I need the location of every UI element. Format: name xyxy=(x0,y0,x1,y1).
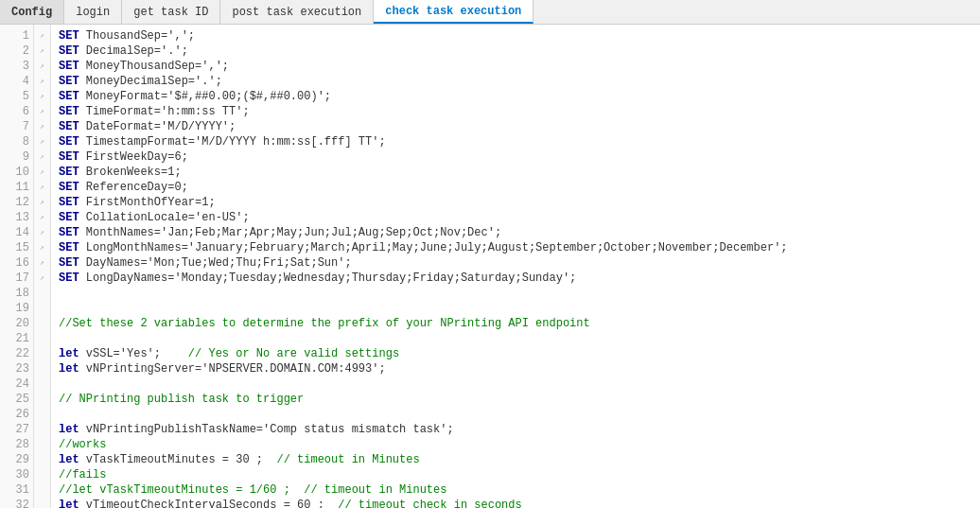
code-line-4: SET MoneyDecimalSep='.'; xyxy=(59,74,972,89)
code-line-3: SET MoneyThousandSep=','; xyxy=(59,59,972,74)
gutter-icon-16: ↗ xyxy=(36,255,48,271)
gutter-icon-30 xyxy=(36,467,48,482)
code-line-23: let vNPrintingServer='NPSERVER.DOMAIN.CO… xyxy=(59,361,972,377)
line-num-32: 32 xyxy=(4,498,29,508)
code-line-28: //works xyxy=(59,437,972,452)
code-line-24 xyxy=(59,377,972,392)
code-line-20: //Set these 2 variables to determine the… xyxy=(59,316,972,331)
line-numbers: 1234567891011121314151617181920212223242… xyxy=(0,25,34,508)
tab-check-task[interactable]: check task execution xyxy=(374,0,534,24)
code-line-30: //fails xyxy=(59,467,972,482)
code-line-14: SET MonthNames='Jan;Feb;Mar;Apr;May;Jun;… xyxy=(59,225,972,240)
line-num-27: 27 xyxy=(4,422,29,437)
code-line-26 xyxy=(59,407,972,422)
line-num-10: 10 xyxy=(4,165,29,180)
code-line-5: SET MoneyFormat='$#,##0.00;($#,##0.00)'; xyxy=(59,89,972,104)
line-num-6: 6 xyxy=(4,104,29,119)
code-line-1: SET ThousandSep=','; xyxy=(59,28,972,44)
line-num-23: 23 xyxy=(4,361,29,377)
tab-config[interactable]: Config xyxy=(0,0,64,24)
line-num-21: 21 xyxy=(4,331,29,346)
line-num-30: 30 xyxy=(4,467,29,482)
gutter-icon-21 xyxy=(36,331,48,346)
code-line-16: SET DayNames='Mon;Tue;Wed;Thu;Fri;Sat;Su… xyxy=(59,255,972,271)
line-num-29: 29 xyxy=(4,452,29,467)
line-num-2: 2 xyxy=(4,44,29,59)
gutter-icon-26 xyxy=(36,407,48,422)
gutter-icon-9: ↗ xyxy=(36,149,48,165)
tab-login[interactable]: login xyxy=(64,0,122,24)
gutter-icon-7: ↗ xyxy=(36,119,48,134)
line-num-11: 11 xyxy=(4,180,29,195)
code-line-19 xyxy=(59,301,972,316)
gutter-icon-19 xyxy=(36,301,48,316)
gutter-icon-28 xyxy=(36,437,48,452)
code-line-11: SET ReferenceDay=0; xyxy=(59,180,972,195)
code-line-18 xyxy=(59,286,972,301)
line-num-7: 7 xyxy=(4,119,29,134)
gutter-icon-20 xyxy=(36,316,48,331)
line-num-20: 20 xyxy=(4,316,29,331)
gutter-icons: ↗↗↗↗↗↗↗↗↗↗↗↗↗↗↗↗↗ xyxy=(34,25,51,508)
gutter-icon-23 xyxy=(36,361,48,377)
code-line-13: SET CollationLocale='en-US'; xyxy=(59,210,972,225)
line-num-26: 26 xyxy=(4,407,29,422)
code-line-27: let vNPrintingPublishTaskName='Comp stat… xyxy=(59,422,972,437)
line-num-28: 28 xyxy=(4,437,29,452)
code-container: 1234567891011121314151617181920212223242… xyxy=(0,25,980,508)
code-line-7: SET DateFormat='M/D/YYYY'; xyxy=(59,119,972,134)
gutter-icon-8: ↗ xyxy=(36,134,48,149)
line-num-16: 16 xyxy=(4,255,29,271)
gutter-icon-13: ↗ xyxy=(36,210,48,225)
line-num-19: 19 xyxy=(4,301,29,316)
code-line-15: SET LongMonthNames='January;February;Mar… xyxy=(59,240,972,255)
gutter-icon-11: ↗ xyxy=(36,180,48,195)
line-num-12: 12 xyxy=(4,195,29,210)
gutter-icon-1: ↗ xyxy=(36,28,48,44)
line-num-22: 22 xyxy=(4,346,29,361)
line-num-5: 5 xyxy=(4,89,29,104)
line-num-1: 1 xyxy=(4,28,29,44)
line-num-17: 17 xyxy=(4,271,29,286)
code-line-22: let vSSL='Yes'; // Yes or No are valid s… xyxy=(59,346,972,361)
code-line-6: SET TimeFormat='h:mm:ss TT'; xyxy=(59,104,972,119)
gutter-icon-15: ↗ xyxy=(36,240,48,255)
line-num-24: 24 xyxy=(4,377,29,392)
line-num-13: 13 xyxy=(4,210,29,225)
code-line-29: let vTaskTimeoutMinutes = 30 ; // timeou… xyxy=(59,452,972,467)
gutter-icon-18 xyxy=(36,286,48,301)
tab-post-task[interactable]: post task execution xyxy=(220,0,374,24)
gutter-icon-29 xyxy=(36,452,48,467)
line-num-31: 31 xyxy=(4,482,29,498)
gutter-icon-12: ↗ xyxy=(36,195,48,210)
gutter-icon-27 xyxy=(36,422,48,437)
gutter-icon-31 xyxy=(36,482,48,498)
code-line-21 xyxy=(59,331,972,346)
gutter-icon-3: ↗ xyxy=(36,59,48,74)
gutter-icon-4: ↗ xyxy=(36,74,48,89)
code-line-25: // NPrinting publish task to trigger xyxy=(59,392,972,407)
gutter-icon-22 xyxy=(36,346,48,361)
line-num-18: 18 xyxy=(4,286,29,301)
tab-get-task-id[interactable]: get task ID xyxy=(122,0,220,24)
gutter-icon-5: ↗ xyxy=(36,89,48,104)
code-line-32: let vTimeoutCheckIntervalSeconds = 60 ; … xyxy=(59,498,972,508)
code-line-31: //let vTaskTimeoutMinutes = 1/60 ; // ti… xyxy=(59,482,972,498)
tab-bar: Configloginget task IDpost task executio… xyxy=(0,0,980,25)
gutter-icon-10: ↗ xyxy=(36,165,48,180)
code-line-2: SET DecimalSep='.'; xyxy=(59,44,972,59)
line-num-25: 25 xyxy=(4,392,29,407)
code-line-8: SET TimestampFormat='M/D/YYYY h:mm:ss[.f… xyxy=(59,134,972,149)
line-num-9: 9 xyxy=(4,149,29,165)
gutter-icon-24 xyxy=(36,377,48,392)
line-num-14: 14 xyxy=(4,225,29,240)
gutter-icon-17: ↗ xyxy=(36,271,48,286)
gutter-icon-14: ↗ xyxy=(36,225,48,240)
code-line-9: SET FirstWeekDay=6; xyxy=(59,149,972,165)
line-num-4: 4 xyxy=(4,74,29,89)
gutter-icon-2: ↗ xyxy=(36,44,48,59)
code-line-10: SET BrokenWeeks=1; xyxy=(59,165,972,180)
line-num-3: 3 xyxy=(4,59,29,74)
gutter-icon-25 xyxy=(36,392,48,407)
code-lines: SET ThousandSep=','; SET DecimalSep='.';… xyxy=(51,25,980,508)
